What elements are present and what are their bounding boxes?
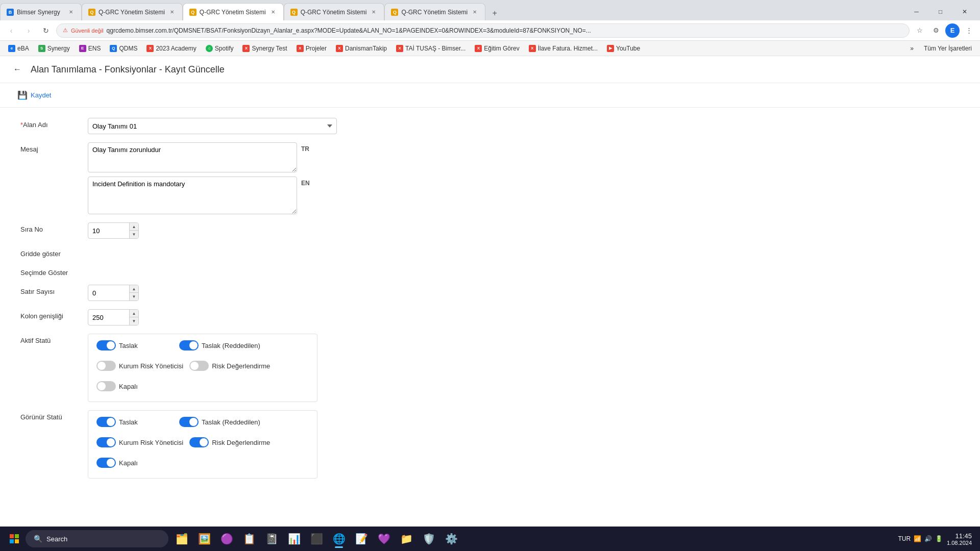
- kolon-genisligi-up[interactable]: ▲: [129, 310, 138, 317]
- gorunum-kurum-risk-toggle[interactable]: [96, 437, 116, 447]
- tab-1[interactable]: B Bimser Synergy ✕: [0, 3, 82, 20]
- kolon-genisligi-input[interactable]: [88, 312, 129, 323]
- aktif-taslak-reddedilen-toggle[interactable]: [179, 340, 199, 350]
- alan-adi-select[interactable]: Olay Tanımı 01: [88, 118, 337, 134]
- gorunum-taslak-reddedilen-toggle[interactable]: [179, 417, 199, 427]
- extension-button[interactable]: ⚙: [929, 23, 943, 38]
- gorunum-kurum-risk-label: Kurum Risk Yöneticisi: [119, 439, 183, 446]
- sira-no-label: Sıra No: [20, 222, 82, 233]
- tab-2[interactable]: Q Q-GRC Yönetim Sistemi ✕: [82, 3, 183, 20]
- taskbar-app-tasks[interactable]: 📋: [239, 529, 259, 549]
- bookmark-eba[interactable]: e eBA: [4, 42, 33, 55]
- svg-rect-3: [15, 539, 19, 543]
- close-window-button[interactable]: ✕: [953, 3, 976, 20]
- minimize-button[interactable]: ─: [905, 3, 928, 20]
- security-label: Güvenli değil: [71, 28, 104, 34]
- bookmark-projeler[interactable]: X Projeler: [292, 42, 331, 55]
- taskbar-app-excel[interactable]: 📊: [284, 529, 304, 549]
- bookmark-academy[interactable]: X 2023 Academy: [142, 42, 200, 55]
- taskbar-file-explorer[interactable]: 🗂️: [172, 529, 192, 549]
- tab-title-3: Q-GRC Yönetim Sistemi: [200, 9, 266, 16]
- taskbar-clock[interactable]: 11:45 1.08.2024: [947, 532, 972, 546]
- taskbar-app-chrome[interactable]: 🌐: [329, 529, 349, 549]
- tab-close-1[interactable]: ✕: [67, 8, 75, 16]
- page-header: ← Alan Tanımlama - Fonksiyonlar - Kayıt …: [0, 56, 980, 83]
- bookmark-button[interactable]: ☆: [913, 23, 927, 38]
- forward-nav-button[interactable]: ›: [21, 23, 36, 38]
- gorunum-statu-label: Görünür Statü: [20, 410, 82, 421]
- aktif-risk-degerlendirme-toggle[interactable]: [189, 361, 209, 371]
- menu-button[interactable]: ⋮: [962, 23, 976, 38]
- new-tab-button[interactable]: +: [487, 6, 502, 20]
- kolon-genisligi-row: Kolon genişliği ▲ ▼: [20, 309, 337, 325]
- save-button[interactable]: 💾 Kaydet: [10, 87, 58, 103]
- taskbar-app-dark[interactable]: ⬛: [306, 529, 327, 549]
- tab-close-2[interactable]: ✕: [168, 8, 176, 16]
- bookmark-spotify[interactable]: ♫ Spotify: [202, 42, 238, 55]
- reload-button[interactable]: ↻: [39, 23, 53, 38]
- bookmark-egitim[interactable]: X Eğitim Görev: [471, 42, 523, 55]
- tab-close-4[interactable]: ✕: [370, 8, 378, 16]
- satir-sayisi-input[interactable]: [88, 287, 129, 299]
- aktif-kapali-toggle[interactable]: [96, 381, 116, 391]
- tab-3[interactable]: Q Q-GRC Yönetim Sistemi ✕: [183, 3, 284, 20]
- bookmark-projeler-label: Projeler: [306, 45, 327, 52]
- taskbar-app-folder[interactable]: 📁: [396, 529, 416, 549]
- mesaj-tr-wrap: Olay Tanımı zorunludur TR: [88, 142, 337, 172]
- bookmark-ilave[interactable]: X İlave Fatura. Hizmet...: [525, 42, 602, 55]
- bookmark-ens[interactable]: E ENS: [75, 42, 105, 55]
- bookmark-synergy[interactable]: S Synergy: [34, 42, 74, 55]
- taskbar-app-word[interactable]: 📝: [351, 529, 372, 549]
- sira-no-down[interactable]: ▼: [129, 231, 138, 238]
- bookmark-projeler-favicon: X: [297, 45, 304, 52]
- tab-4[interactable]: Q Q-GRC Yönetim Sistemi ✕: [284, 3, 385, 20]
- taskbar-app-gallery[interactable]: 🖼️: [194, 529, 214, 549]
- gorunum-risk-degerlendirme-toggle[interactable]: [189, 437, 209, 447]
- bookmark-youtube[interactable]: ▶ YouTube: [603, 42, 644, 55]
- tab-5[interactable]: Q Q-GRC Yönetim Sistemi ✕: [384, 3, 485, 20]
- secimde-goster-control: [88, 266, 337, 273]
- taskbar-app-teams[interactable]: 💜: [374, 529, 394, 549]
- gorunum-taslak-toggle[interactable]: [96, 417, 116, 427]
- aktif-kurum-risk-slider: [96, 361, 116, 371]
- sira-no-input[interactable]: [88, 225, 129, 237]
- bookmark-tai-label: TAİ TUSAŞ - Bimser...: [405, 45, 465, 52]
- satir-sayisi-up[interactable]: ▲: [129, 285, 138, 293]
- browser-chrome: B Bimser Synergy ✕ Q Q-GRC Yönetim Siste…: [0, 0, 980, 56]
- aktif-taslak-toggle[interactable]: [96, 340, 116, 350]
- back-button[interactable]: ←: [10, 62, 24, 77]
- gorunum-statu-taslak: Taslak: [96, 417, 173, 427]
- tab-close-3[interactable]: ✕: [269, 8, 277, 16]
- bookmarks-folder-button[interactable]: Tüm Yer İşaretleri: [920, 44, 976, 53]
- aktif-kurum-risk-toggle[interactable]: [96, 361, 116, 371]
- bookmark-ilave-favicon: X: [529, 45, 536, 52]
- taskbar-app-onenote[interactable]: 📓: [261, 529, 282, 549]
- mesaj-en-textarea[interactable]: Incident Definition is mandotary: [88, 177, 297, 214]
- back-nav-button[interactable]: ‹: [4, 23, 18, 38]
- aktif-taslak-reddedilen-slider: [179, 340, 199, 350]
- gorunum-statu-items: Taslak Taslak (Reddedilen): [96, 417, 309, 472]
- aktif-taslak-slider: [96, 340, 116, 350]
- gorunum-kapali-toggle[interactable]: [96, 458, 116, 468]
- start-button[interactable]: [4, 529, 24, 549]
- taskbar-app-purple[interactable]: 🟣: [216, 529, 237, 549]
- bookmark-synergy-test[interactable]: X Synergy Test: [238, 42, 291, 55]
- taskbar-app-settings[interactable]: ⚙️: [441, 529, 461, 549]
- bookmark-tai[interactable]: X TAİ TUSAŞ - Bimser...: [392, 42, 470, 55]
- bookmark-danisman[interactable]: X DanismanTakip: [332, 42, 391, 55]
- satir-sayisi-down[interactable]: ▼: [129, 293, 138, 300]
- tab-close-5[interactable]: ✕: [471, 8, 479, 16]
- maximize-button[interactable]: □: [929, 3, 952, 20]
- aktif-statu-box: Taslak Taslak (Reddedilen): [88, 334, 317, 402]
- taskbar-search[interactable]: 🔍 Search: [26, 530, 168, 547]
- sira-no-up[interactable]: ▲: [129, 223, 138, 231]
- bookmarks-more-button[interactable]: »: [906, 42, 918, 55]
- taskbar-app-shield[interactable]: 🛡️: [419, 529, 439, 549]
- bookmark-qdms[interactable]: Q QDMS: [106, 42, 141, 55]
- kolon-genisligi-down[interactable]: ▼: [129, 317, 138, 325]
- mesaj-tr-textarea[interactable]: Olay Tanımı zorunludur: [88, 142, 297, 172]
- address-input[interactable]: ⚠ Güvenli değil qgrcdemo.bimser.com.tr/Q…: [56, 23, 910, 38]
- bookmark-qdms-favicon: Q: [110, 45, 117, 52]
- profile-button[interactable]: E: [945, 23, 960, 38]
- clock-time: 11:45: [947, 532, 972, 540]
